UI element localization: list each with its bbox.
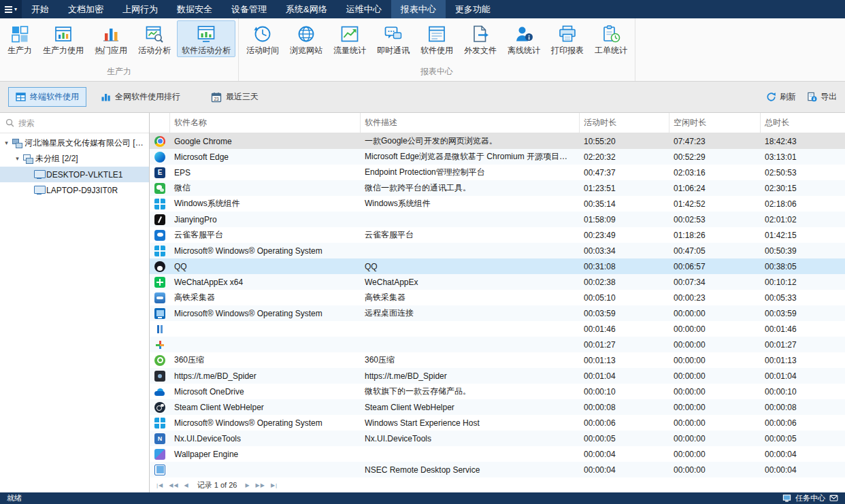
menu-item[interactable]: 运维中心 — [337, 0, 391, 18]
column-header-idle[interactable]: 空闲时长 — [669, 113, 761, 133]
table-row[interactable]: QQQQ00:31:0800:06:5700:38:05 — [150, 258, 845, 274]
tree-node[interactable]: ▾未分组 [2/2] — [0, 151, 149, 167]
menu-item[interactable]: 文档加密 — [59, 0, 113, 18]
table-row[interactable]: Windows系统组件Windows系统组件00:35:1401:42:5202… — [150, 196, 845, 212]
ribbon-button-label: 即时通讯 — [377, 46, 410, 54]
ribbon-button[interactable]: 流量统计 — [329, 20, 371, 57]
ribbon-button[interactable]: 外发文件 — [459, 20, 501, 57]
table-row[interactable]: NSEC Remote Desktop Service00:00:0400:00… — [150, 462, 845, 477]
table-row[interactable]: 微信微信一款跨平台的通讯工具。01:23:5101:06:2402:30:15 — [150, 180, 845, 196]
tree-node[interactable]: LAPTOP-D9J3IT0R — [0, 182, 149, 198]
search-input[interactable] — [18, 118, 144, 128]
ribbon-button[interactable]: 工单统计 — [590, 20, 632, 57]
app-menu-button[interactable]: ▾ — [0, 0, 22, 18]
fast-next-button[interactable]: ▶▶ — [256, 482, 265, 488]
view-tab-label: 终端软件使用 — [30, 91, 79, 103]
menu-item[interactable]: 更多功能 — [446, 0, 500, 18]
column-header-name[interactable]: 软件名称 — [170, 113, 361, 133]
view-tab[interactable]: 全网软件使用排行 — [93, 87, 188, 107]
idle-duration: 00:00:00 — [669, 465, 761, 475]
idle-duration: 00:00:00 — [669, 340, 761, 350]
ribbon-button[interactable]: 生产力使用 — [38, 20, 88, 57]
software-desc: Windows Start Experience Host — [361, 418, 580, 428]
menu-item[interactable]: 设备管理 — [222, 0, 276, 18]
table-row[interactable]: Microsoft® Windows® Operating SystemWind… — [150, 415, 845, 431]
menu-item[interactable]: 上网行为 — [113, 0, 167, 18]
status-right: 任务中心 — [782, 493, 838, 503]
tree-node[interactable]: DESKTOP-VLKTLE1 — [0, 167, 149, 182]
idle-duration: 00:00:00 — [669, 324, 761, 334]
active-duration: 00:01:13 — [580, 356, 669, 365]
ribbon-button[interactable]: 软件活动分析 — [177, 20, 235, 57]
next-page-button[interactable]: ▶ — [245, 482, 250, 488]
software-desc: Endpoint Protection管理控制平台 — [361, 167, 580, 178]
export-button[interactable]: 导出 — [807, 91, 837, 103]
task-center-label[interactable]: 任务中心 — [795, 493, 825, 503]
active-duration: 00:01:04 — [580, 371, 669, 381]
table-row[interactable]: 00:01:2700:00:0000:01:27 — [150, 337, 845, 352]
app-window: ▾ 开始文档加密上网行为数据安全设备管理系统&网络运维中心报表中心更多功能 生产… — [0, 0, 845, 504]
active-duration: 00:35:14 — [580, 199, 669, 209]
prev-page-button[interactable]: ◀ — [184, 482, 189, 488]
table-row[interactable]: 云雀客服平台云雀客服平台00:23:4901:18:2601:42:15 — [150, 227, 845, 243]
total-duration: 00:00:10 — [761, 387, 845, 397]
ribbon-button[interactable]: 活动分析 — [133, 20, 176, 57]
refresh-button[interactable]: 刷新 — [766, 91, 796, 103]
idle-duration: 00:52:29 — [669, 152, 761, 162]
software-name: Steam Client WebHelper — [170, 403, 361, 412]
active-duration: 00:23:49 — [580, 231, 669, 240]
table-row[interactable]: EPSEndpoint Protection管理控制平台00:47:3702:0… — [150, 165, 845, 180]
active-duration: 00:03:59 — [580, 309, 669, 318]
tree-node[interactable]: ▾河北瀚星辰文化传媒有限公司 [2/2] — [0, 135, 149, 151]
table-row[interactable]: Nx.UI.DeviceToolsNx.UI.DeviceTools00:00:… — [150, 431, 845, 446]
table-row[interactable]: Microsoft OneDrive微软旗下的一款云存储产品。00:00:100… — [150, 384, 845, 399]
column-header-desc[interactable]: 软件描述 — [361, 113, 580, 133]
search-box — [0, 113, 149, 133]
table-row[interactable]: Wallpaper Engine00:00:0400:00:0000:00:04 — [150, 446, 845, 462]
table-row[interactable]: 高铁采集器高铁采集器00:05:1000:00:2300:05:33 — [150, 290, 845, 305]
app-icon-cell — [150, 449, 170, 460]
ribbon-button[interactable]: 即时通讯 — [372, 20, 414, 57]
ribbon-button-label: 热门应用 — [95, 46, 127, 54]
ribbon-button[interactable]: 生产力 — [3, 20, 37, 57]
table-row[interactable]: 00:01:4600:00:0000:01:46 — [150, 321, 845, 337]
table-row[interactable]: Microsoft® Windows® Operating System00:0… — [150, 243, 845, 258]
table-row[interactable]: Steam Client WebHelperSteam Client WebHe… — [150, 399, 845, 415]
view-tab[interactable]: 终端软件使用 — [8, 87, 86, 107]
wechatappex-app-icon — [154, 277, 165, 288]
menu-item[interactable]: 系统&网络 — [276, 0, 337, 18]
idle-duration: 01:18:26 — [669, 231, 761, 240]
chevron-down-icon[interactable]: ▾ — [14, 156, 21, 162]
menu-item[interactable]: 报表中心 — [391, 0, 446, 18]
ribbon-button[interactable]: 软件使用 — [416, 20, 458, 57]
ribbon-button[interactable]: 活动时间 — [242, 20, 284, 57]
software-desc: 一款Google公司开发的网页浏览器。 — [361, 135, 580, 147]
table-row[interactable]: JianyingPro01:58:0900:02:5302:01:02 — [150, 212, 845, 227]
table-row[interactable]: Microsoft EdgeMicrosoft Edge浏览器是微软基于 Chr… — [150, 149, 845, 165]
column-header-total[interactable]: 总时长 — [761, 113, 845, 133]
date-filter-button[interactable]: 23 最近三天 — [211, 91, 259, 103]
group-icon — [23, 154, 33, 164]
ribbon-button[interactable]: 浏览网站 — [285, 20, 327, 57]
eps-app-icon — [154, 167, 165, 178]
ribbon-button[interactable]: 打印报表 — [546, 20, 589, 57]
first-page-button[interactable]: |◀ — [156, 482, 163, 488]
table-row[interactable]: Google Chrome一款Google公司开发的网页浏览器。10:55:20… — [150, 133, 845, 149]
chevron-down-icon[interactable]: ▾ — [3, 140, 10, 146]
message-icon[interactable] — [829, 494, 838, 503]
ribbon-button[interactable]: 离线统计 — [503, 20, 545, 57]
ribbon-button[interactable]: 热门应用 — [90, 20, 132, 57]
fast-prev-button[interactable]: ◀◀ — [169, 482, 178, 488]
column-header-active[interactable]: 活动时长 — [580, 113, 669, 133]
active-duration: 00:00:04 — [580, 465, 669, 475]
idle-duration: 00:00:00 — [669, 371, 761, 381]
last-page-button[interactable]: ▶| — [271, 482, 278, 488]
table-row[interactable]: https://t.me/BD_Spiderhttps://t.me/BD_Sp… — [150, 368, 845, 384]
menu-item[interactable]: 数据安全 — [167, 0, 222, 18]
idle-duration: 00:00:00 — [669, 434, 761, 443]
active-duration: 00:05:10 — [580, 293, 669, 303]
table-row[interactable]: WeChatAppEx x64WeChatAppEx00:02:3800:07:… — [150, 274, 845, 290]
menu-item[interactable]: 开始 — [22, 0, 59, 18]
table-row[interactable]: Microsoft® Windows® Operating System远程桌面… — [150, 305, 845, 321]
table-row[interactable]: 360压缩360压缩00:01:1300:00:0000:01:13 — [150, 352, 845, 368]
